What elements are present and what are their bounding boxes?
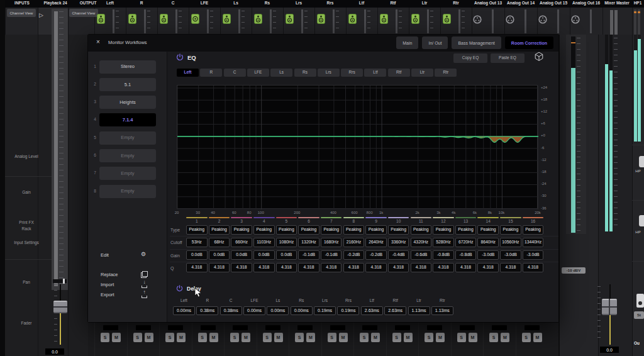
3d-view-icon[interactable] [535, 52, 543, 61]
delay-value-field[interactable]: 2.63ms [384, 306, 406, 315]
band-gain-cell[interactable]: -3.0dB [477, 250, 499, 260]
band-type-cell[interactable]: Peaking [388, 225, 409, 235]
nav-tab-in-out[interactable]: In/ Out [422, 36, 448, 49]
band-cutoff-cell[interactable]: 3360Hz [388, 238, 409, 247]
solo-button[interactable]: S [489, 333, 498, 342]
action-label-export[interactable]: Export [101, 292, 114, 298]
close-icon[interactable]: × [96, 39, 100, 45]
eq-power-toggle[interactable] [176, 53, 184, 61]
mute-button[interactable]: M [209, 333, 218, 342]
band-q-cell[interactable]: 4.318 [298, 263, 319, 272]
output-level-badge[interactable]: -10 dBV [562, 267, 586, 274]
eq-channel-tab-rs[interactable]: Rs [294, 69, 316, 77]
band-cutoff-cell[interactable]: 6720Hz [455, 238, 477, 247]
mute-button[interactable]: M [371, 333, 380, 342]
channel-view-button[interactable]: Channel View [69, 9, 98, 17]
solo-button[interactable]: S [425, 333, 433, 342]
band-gain-cell[interactable]: -0.8dB [455, 250, 477, 260]
band-gain-cell[interactable]: 0.0dB [231, 250, 252, 260]
eq-channel-tab-r[interactable]: R [200, 69, 222, 77]
pan-knob[interactable] [63, 279, 65, 284]
preset-button-stereo[interactable]: Stereo [99, 60, 156, 74]
band-type-cell[interactable]: Peaking [321, 225, 342, 235]
band-gain-cell[interactable]: -0.6dB [411, 250, 432, 260]
mute-button[interactable]: M [436, 333, 445, 342]
band-cutoff-cell[interactable]: 10560Hz [500, 238, 521, 247]
band-cutoff-cell[interactable]: 1080Hz [276, 238, 297, 247]
eq-channel-tab-lfe[interactable]: LFE [247, 69, 269, 77]
mute-button[interactable]: M [533, 333, 542, 342]
eq-channel-tab-ls[interactable]: Ls [270, 69, 292, 77]
band-gain-cell[interactable]: -0.1dB [298, 250, 319, 260]
band-cutoff-cell[interactable]: 2160Hz [343, 238, 365, 247]
band-gain-cell[interactable]: -0.4dB [388, 250, 409, 260]
mute-button[interactable]: M [145, 333, 153, 342]
solo-button[interactable]: S [295, 333, 304, 342]
band-type-cell[interactable]: Peaking [455, 225, 477, 235]
solo-button[interactable]: S [263, 333, 272, 342]
band-cutoff-cell[interactable]: 13440Hz [523, 238, 544, 247]
delay-power-toggle[interactable] [176, 285, 183, 292]
band-gain-cell[interactable]: -0.2dB [365, 250, 387, 260]
band-cutoff-cell[interactable]: 660Hz [231, 238, 252, 247]
band-q-cell[interactable]: 4.318 [209, 263, 230, 272]
band-cutoff-cell[interactable]: 53Hz [186, 238, 208, 247]
band-cutoff-cell[interactable]: 68Hz [209, 238, 230, 247]
st-button[interactable]: St [634, 311, 644, 319]
delay-value-field[interactable]: 1.13ms [431, 306, 453, 315]
band-type-cell[interactable]: Peaking [477, 225, 499, 235]
solo-button[interactable]: S [328, 333, 336, 342]
eq-channel-tab-lrs[interactable]: Lrs [318, 69, 340, 77]
eq-channel-tab-left[interactable]: Left [177, 69, 199, 77]
mute-button[interactable]: M [242, 333, 250, 342]
eq-channel-tab-c[interactable]: C [224, 69, 246, 77]
nav-tab-main[interactable]: Main [396, 36, 418, 49]
eq-channel-tab-ltf[interactable]: Ltf [364, 69, 386, 77]
delay-value-field[interactable]: 2.63ms [361, 306, 383, 315]
mute-button[interactable]: M [339, 333, 348, 342]
band-type-cell[interactable]: Peaking [500, 225, 521, 235]
band-gain-cell[interactable]: 0.0dB [209, 250, 230, 260]
solo-button[interactable]: S [457, 333, 466, 342]
solo-button[interactable]: S [165, 333, 174, 342]
band-q-cell[interactable]: 4.318 [276, 263, 297, 272]
band-q-cell[interactable]: 4.318 [253, 263, 275, 272]
band-q-cell[interactable]: 4.318 [186, 263, 208, 272]
band-type-cell[interactable]: Peaking [411, 225, 432, 235]
band-cutoff-cell[interactable]: 1103Hz [253, 238, 275, 247]
mute-button[interactable]: M [177, 333, 186, 342]
band-gain-cell[interactable]: 0.0dB [253, 250, 275, 260]
band-q-cell[interactable]: 4.318 [433, 263, 454, 272]
solo-button[interactable]: S [360, 333, 369, 342]
action-label-replace[interactable]: Replace [101, 272, 118, 277]
band-type-cell[interactable]: Peaking [253, 225, 275, 235]
action-label-import[interactable]: Import [101, 282, 114, 287]
eq-graph[interactable] [177, 85, 538, 209]
delay-value-field[interactable]: 0.19ms [337, 306, 359, 315]
band-q-cell[interactable]: 4.318 [411, 263, 432, 272]
band-cutoff-cell[interactable]: 1680Hz [321, 238, 342, 247]
band-cutoff-cell[interactable]: 1320Hz [298, 238, 319, 247]
nav-tab-bass-management[interactable]: Bass Management [452, 36, 501, 49]
delay-value-field[interactable]: 0.00ms [291, 306, 313, 315]
mute-button[interactable]: M [274, 333, 283, 342]
band-type-cell[interactable]: Peaking [523, 225, 544, 235]
fader-cap[interactable] [53, 301, 67, 313]
delay-value-field[interactable]: 0.38ms [196, 306, 218, 315]
band-gain-cell[interactable]: 0.0dB [276, 250, 297, 260]
band-type-cell[interactable]: Peaking [231, 225, 252, 235]
band-gain-cell[interactable]: -0.1dB [321, 250, 342, 260]
eq-channel-tab-rtf[interactable]: Rtf [388, 69, 410, 77]
solo-button[interactable]: S [392, 333, 401, 342]
band-q-cell[interactable]: 4.318 [343, 263, 365, 272]
solo-button[interactable]: S [198, 333, 207, 342]
band-type-cell[interactable]: Peaking [298, 225, 319, 235]
action-label-edit[interactable]: Edit [101, 253, 109, 258]
band-q-cell[interactable]: 4.318 [523, 263, 544, 272]
channel-view-button[interactable]: Channel View [7, 9, 36, 17]
delay-value-field[interactable]: 0.00ms [267, 306, 289, 315]
preset-button-empty[interactable]: Empty [99, 185, 156, 198]
band-gain-cell[interactable]: 0.0dB [186, 250, 208, 260]
mute-button[interactable]: M [501, 333, 509, 342]
delay-value-field[interactable]: 0.38ms [220, 306, 242, 315]
